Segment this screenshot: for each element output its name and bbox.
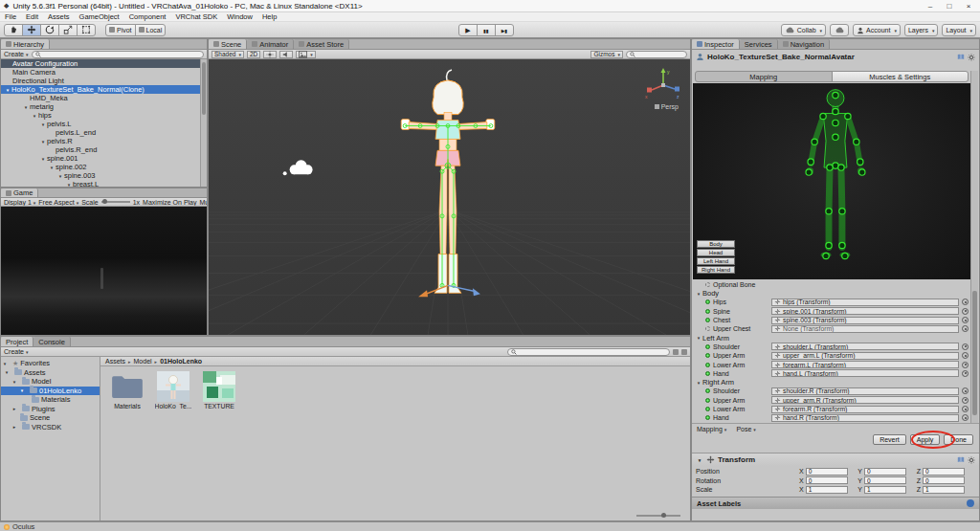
asset-labels-bar[interactable]: Asset Labels [692, 497, 979, 509]
account-dropdown[interactable]: Account [853, 24, 901, 36]
part-button-body[interactable]: Body [697, 240, 735, 248]
pause-button[interactable]: ▮▮ [477, 24, 496, 36]
foldout-icon[interactable] [56, 173, 64, 179]
tab-animator[interactable]: Animator [247, 39, 294, 49]
bone-object-field[interactable]: forearm.L (Transform) [771, 361, 959, 368]
bone-group-right-arm[interactable]: Right Arm [692, 378, 970, 387]
thumbnail-size-slider[interactable] [636, 515, 680, 517]
gear-icon[interactable] [968, 456, 975, 464]
done-button[interactable]: Done [944, 434, 973, 445]
scene-effects-dropdown[interactable] [296, 51, 316, 58]
bone-object-field[interactable]: spine.003 (Transform) [771, 317, 959, 324]
inspector-scrollbar[interactable] [970, 71, 978, 423]
hierarchy-row-main-camera[interactable]: Main Camera [1, 68, 207, 77]
rotation-z-input[interactable] [923, 476, 965, 484]
asset-labels-icon[interactable] [967, 499, 974, 507]
local-toggle-button[interactable]: Local [135, 24, 167, 36]
object-picker-icon[interactable] [962, 343, 969, 350]
maximize-button[interactable]: □ [942, 2, 957, 11]
tab-inspector[interactable]: Inspector [692, 39, 740, 49]
position-z-input[interactable] [923, 468, 965, 476]
perspective-mode-label[interactable]: Persp [655, 103, 679, 110]
2d-toggle[interactable]: 2D [247, 51, 260, 58]
hierarchy-row-hmd-meka[interactable]: HMD_Meka [1, 94, 207, 102]
display-dropdown[interactable]: Display 1 [4, 199, 35, 206]
bone-group-left-arm[interactable]: Left Arm [692, 333, 970, 342]
slider-track[interactable] [636, 515, 680, 517]
hierarchy-row-pelvis-l[interactable]: pelvis.L [1, 120, 207, 128]
project-create-dropdown[interactable]: Create [4, 348, 29, 355]
mapping-menu-dropdown[interactable]: Mapping [697, 426, 726, 432]
tree-row-scene[interactable]: Scene [1, 413, 100, 423]
foldout-icon[interactable] [22, 104, 30, 110]
scale-slider-thumb[interactable] [102, 199, 107, 204]
menu-assets[interactable]: Assets [43, 12, 75, 21]
book-icon[interactable] [957, 456, 965, 463]
object-picker-icon[interactable] [962, 370, 969, 377]
object-picker-icon[interactable] [962, 317, 969, 323]
menu-edit[interactable]: Edit [21, 12, 43, 21]
tab-services[interactable]: Services [740, 39, 778, 49]
menu-gameobject[interactable]: GameObject [75, 12, 124, 21]
foldout-icon[interactable] [695, 380, 702, 386]
hierarchy-row-directional-light[interactable]: Directional Light [1, 77, 207, 85]
bone-object-field[interactable]: hand.R (Transform) [771, 414, 959, 422]
bone-group-body[interactable]: Body [692, 289, 970, 298]
rotation-y-input[interactable] [864, 476, 906, 484]
object-picker-icon[interactable] [962, 397, 969, 404]
mute-audio-toggle[interactable]: Mute Audio [200, 199, 207, 206]
transform-component-header[interactable]: Transform [692, 453, 979, 466]
tab-scene[interactable]: Scene [209, 39, 247, 49]
foldout-icon[interactable] [3, 369, 11, 375]
hierarchy-row-breast-l[interactable]: breast.L [1, 180, 207, 187]
aspect-dropdown[interactable]: Free Aspect [38, 199, 78, 206]
object-picker-icon[interactable] [962, 352, 969, 359]
tree-row-plugins[interactable]: Plugins [1, 405, 100, 414]
object-picker-icon[interactable] [962, 406, 969, 412]
menu-vrchat-sdk[interactable]: VRChat SDK [170, 12, 222, 21]
tab-muscles-settings[interactable]: Muscles & Settings [832, 71, 969, 82]
foldout-icon[interactable] [39, 139, 47, 144]
breadcrumb-01hololenko[interactable]: 01HoloLenko [160, 358, 205, 365]
tab-game[interactable]: Game [1, 188, 38, 197]
part-button-right-hand[interactable]: Right Hand [697, 266, 735, 274]
tree-row-assets[interactable]: Assets [1, 368, 100, 378]
object-picker-icon[interactable] [962, 414, 969, 421]
bone-object-field[interactable]: None (Transform) [771, 325, 959, 333]
scrollbar-thumb[interactable] [972, 291, 977, 415]
foldout-icon[interactable] [696, 457, 703, 463]
hierarchy-row-hips[interactable]: hips [1, 111, 207, 120]
project-search-input[interactable] [507, 348, 670, 356]
foldout-icon[interactable] [695, 291, 702, 297]
position-x-input[interactable] [806, 468, 848, 476]
layout-dropdown[interactable]: Layout [942, 24, 976, 36]
foldout-icon[interactable] [4, 87, 11, 93]
foldout-icon[interactable] [39, 122, 47, 127]
bone-object-field[interactable]: shoulder.R (Transform) [771, 387, 959, 395]
breadcrumb-model[interactable]: Model [134, 358, 158, 365]
pivot-toggle-button[interactable]: Pivot [105, 24, 136, 36]
tree-row-vrcsdk[interactable]: VRCSDK [1, 423, 100, 432]
pose-menu-dropdown[interactable]: Pose [736, 426, 755, 432]
scene-search-input[interactable] [626, 51, 687, 58]
object-picker-icon[interactable] [962, 325, 969, 332]
step-button[interactable]: ▶▮ [495, 24, 514, 36]
hand-tool-button[interactable] [4, 24, 23, 36]
tab-navigation[interactable]: Navigation [778, 39, 830, 49]
hierarchy-search-input[interactable] [32, 51, 204, 58]
foldout-icon[interactable] [695, 335, 702, 341]
part-button-head[interactable]: Head [697, 249, 735, 256]
rotation-x-input[interactable] [806, 476, 848, 484]
foldout-icon[interactable] [39, 156, 47, 162]
tree-row-01hololenko[interactable]: 01HoloLenko [1, 387, 100, 396]
bone-object-field[interactable]: spine.001 (Transform) [771, 307, 959, 315]
tab-project[interactable]: Project [1, 337, 33, 346]
layers-dropdown[interactable]: Layers [904, 24, 939, 36]
menu-component[interactable]: Component [124, 12, 171, 21]
tree-row-model[interactable]: Model [1, 377, 100, 387]
scale-y-input[interactable] [864, 486, 906, 494]
foldout-icon[interactable] [65, 182, 73, 188]
rect-tool-button[interactable] [77, 24, 96, 36]
game-viewport[interactable] [1, 207, 207, 335]
move-tool-button[interactable] [22, 24, 41, 36]
